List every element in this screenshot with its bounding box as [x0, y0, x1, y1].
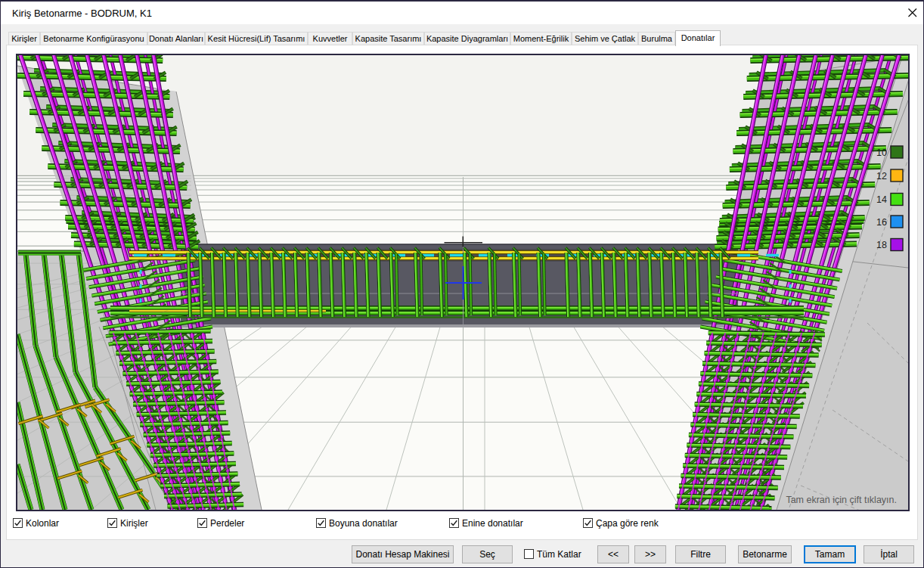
svg-text:18: 18 — [876, 240, 887, 250]
svg-text:12: 12 — [876, 171, 887, 182]
svg-text:14: 14 — [876, 194, 887, 205]
svg-text:10: 10 — [876, 147, 887, 158]
svg-text:16: 16 — [876, 217, 887, 228]
svg-text:Tam ekran için çift tıklayın.: Tam ekran için çift tıklayın. — [786, 495, 897, 505]
